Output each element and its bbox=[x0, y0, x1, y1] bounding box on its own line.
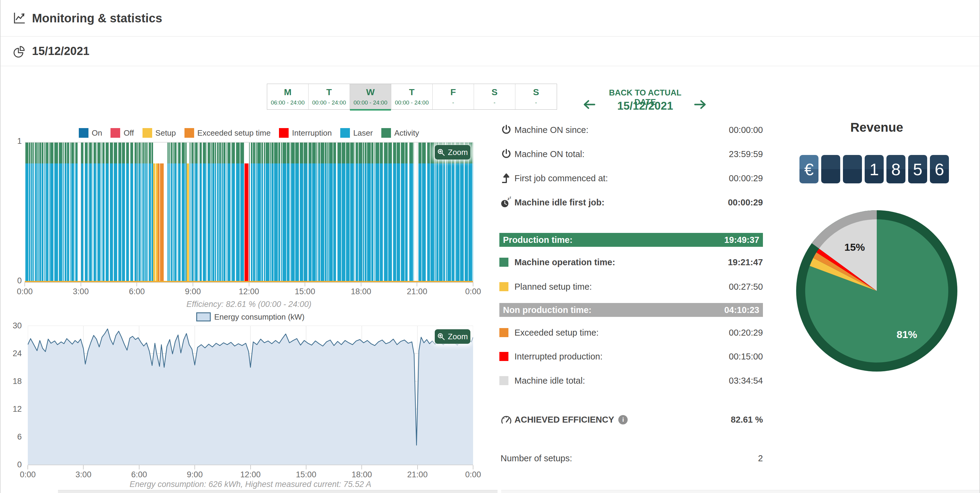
status-y-max: 1 bbox=[6, 137, 22, 146]
energy-area-chart bbox=[28, 325, 473, 464]
week-day-6[interactable]: S- bbox=[515, 84, 557, 109]
stat-exceeded-setup-time: Exceeded setup time: 00:20:29 bbox=[500, 325, 763, 340]
magnifier-plus-icon bbox=[437, 333, 445, 340]
week-day-4[interactable]: F- bbox=[433, 84, 474, 109]
info-icon[interactable]: i bbox=[618, 415, 628, 424]
legend-item-interruption: Interruption bbox=[279, 128, 332, 138]
legend-label: Off bbox=[124, 128, 134, 138]
vertical-gridline bbox=[417, 143, 418, 282]
magnifier-plus-icon bbox=[437, 148, 445, 156]
legend-item-activity: Activity bbox=[381, 128, 419, 138]
x-tick bbox=[194, 465, 195, 469]
x-tick-label: 21:00 bbox=[402, 287, 432, 296]
week-day-letter: T bbox=[309, 88, 350, 97]
energy-chart-zoom-button[interactable]: Zoom bbox=[435, 329, 470, 344]
week-day-letter: M bbox=[267, 88, 308, 97]
machine-status-timeline-chart[interactable] bbox=[25, 142, 473, 283]
x-tick-label: 9:00 bbox=[180, 470, 210, 479]
x-tick-label: 3:00 bbox=[66, 287, 96, 296]
app-header: Monitoring & statistics bbox=[1, 0, 979, 37]
time-distribution-pie-chart: 81%15% bbox=[795, 209, 958, 372]
x-tick-label: 18:00 bbox=[346, 287, 376, 296]
x-tick-label: 12:00 bbox=[235, 470, 266, 479]
legend-swatch bbox=[110, 128, 120, 138]
exceeded-setup-swatch bbox=[500, 328, 508, 337]
legend-label: Setup bbox=[156, 128, 176, 138]
x-tick bbox=[137, 282, 137, 286]
x-tick-label: 21:00 bbox=[402, 470, 433, 479]
x-tick-label: 0:00 bbox=[458, 470, 488, 479]
zoom-button-label: Zoom bbox=[448, 332, 468, 341]
status-chart-legend: OnOffSetupExceeded setup timeInterruptio… bbox=[25, 128, 473, 138]
status-chart-zoom-button[interactable]: Zoom bbox=[435, 145, 470, 160]
x-tick-label: 6:00 bbox=[124, 470, 154, 479]
week-day-1[interactable]: T00:00 - 24:00 bbox=[309, 84, 350, 109]
previous-day-arrow[interactable] bbox=[581, 97, 597, 112]
zoom-button-label: Zoom bbox=[448, 148, 468, 157]
week-day-letter: S bbox=[474, 88, 515, 97]
nav-current-date: 15/12/2021 bbox=[600, 100, 690, 112]
line-chart-icon bbox=[13, 11, 26, 25]
date-header: 15/12/2021 bbox=[1, 37, 979, 66]
x-tick bbox=[250, 465, 251, 469]
energy-y-tick-label: 30 bbox=[6, 321, 22, 330]
next-day-arrow[interactable] bbox=[693, 97, 708, 112]
x-tick-label: 0:00 bbox=[458, 287, 488, 296]
x-tick bbox=[361, 282, 361, 286]
vertical-gridline bbox=[81, 143, 81, 282]
pie-chart-icon bbox=[13, 45, 26, 58]
stat-interrupted-production: Interrupted production: 00:15:00 bbox=[500, 349, 763, 364]
revenue-title: Revenue bbox=[813, 120, 940, 135]
legend-item-on: On bbox=[79, 128, 102, 138]
energy-legend-label: Energy consumption (kW) bbox=[214, 312, 304, 322]
activity-swatch bbox=[500, 258, 508, 267]
stat-first-job-commenced: First job commenced at: 00:00:29 bbox=[500, 171, 763, 185]
x-tick bbox=[305, 282, 305, 286]
legend-swatch bbox=[185, 128, 194, 138]
x-tick bbox=[473, 465, 473, 469]
week-day-2[interactable]: W00:00 - 24:00 bbox=[350, 84, 391, 109]
x-tick bbox=[81, 282, 81, 286]
energy-y-tick-label: 0 bbox=[6, 460, 22, 469]
idle-clock-icon: z z bbox=[500, 196, 513, 209]
week-day-letter: S bbox=[515, 88, 557, 97]
legend-label: Activity bbox=[394, 128, 419, 138]
legend-item: Energy consumption (kW) bbox=[196, 312, 304, 322]
x-tick-label: 0:00 bbox=[13, 470, 43, 479]
gauge-icon bbox=[500, 413, 513, 426]
week-day-hours: 06:00 - 24:00 bbox=[267, 99, 308, 106]
energy-y-tick-label: 24 bbox=[6, 349, 22, 358]
week-day-hours: 00:00 - 24:00 bbox=[309, 99, 350, 106]
svg-text:81%: 81% bbox=[897, 329, 917, 340]
vertical-gridline bbox=[193, 143, 194, 282]
x-tick bbox=[83, 465, 84, 469]
x-tick-label: 15:00 bbox=[291, 470, 321, 479]
setup-swatch bbox=[500, 282, 508, 291]
idle-swatch bbox=[500, 376, 508, 385]
legend-item-laser: Laser bbox=[340, 128, 373, 138]
legend-swatch bbox=[143, 128, 152, 138]
x-tick bbox=[417, 465, 418, 469]
stat-achieved-efficiency: ACHIEVED EFFICIENCY i 82.61 % bbox=[500, 413, 763, 426]
production-time-bar: Production time: 19:49:37 bbox=[500, 233, 763, 247]
legend-label: On bbox=[92, 128, 102, 138]
week-day-3[interactable]: T00:00 - 24:00 bbox=[391, 84, 433, 109]
currency-tile: € bbox=[799, 155, 818, 183]
svg-text:z: z bbox=[510, 196, 511, 199]
week-day-hours: - bbox=[515, 99, 557, 106]
energy-legend-swatch bbox=[196, 312, 211, 321]
bottom-panel-edge-left bbox=[58, 490, 498, 493]
x-tick-label: 18:00 bbox=[347, 470, 377, 479]
vertical-gridline bbox=[137, 143, 137, 282]
legend-item-off: Off bbox=[110, 128, 134, 138]
week-day-selector: M06:00 - 24:00T00:00 - 24:00W00:00 - 24:… bbox=[267, 84, 557, 110]
week-day-hours: - bbox=[474, 99, 515, 106]
week-day-0[interactable]: M06:00 - 24:00 bbox=[267, 84, 309, 109]
energy-consumption-chart[interactable] bbox=[28, 325, 473, 465]
legend-swatch bbox=[279, 128, 289, 138]
svg-text:z: z bbox=[508, 196, 510, 201]
week-day-5[interactable]: S- bbox=[474, 84, 515, 109]
x-tick-label: 3:00 bbox=[68, 470, 99, 479]
stat-machine-idle-first-job: z z Machine idle first job: 00:00:29 bbox=[500, 195, 763, 209]
x-tick bbox=[417, 282, 417, 286]
